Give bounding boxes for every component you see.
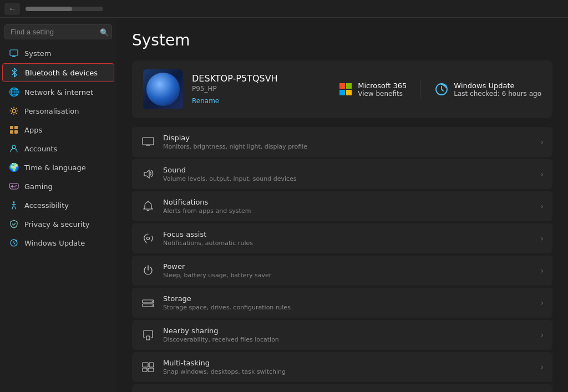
- setting-row-activation[interactable]: Activation Activation state, subscriptio…: [132, 384, 552, 392]
- multitasking-chevron: ›: [540, 363, 544, 371]
- multitasking-icon: [141, 360, 155, 374]
- nearby-chevron: ›: [540, 330, 544, 339]
- svg-point-18: [13, 201, 15, 203]
- setting-row-display[interactable]: Display Monitors, brightness, night ligh…: [132, 127, 552, 157]
- sidebar-item-network[interactable]: 🌐 Network & internet: [2, 83, 114, 101]
- privacy-icon: [9, 219, 19, 229]
- sidebar-item-label: Accounts: [24, 145, 57, 153]
- svg-rect-1: [12, 56, 16, 57]
- sidebar-item-label: Network & internet: [24, 88, 93, 96]
- shortcut-divider: [420, 79, 420, 99]
- page-title: System: [132, 31, 552, 49]
- shortcut-microsoft365[interactable]: Microsoft 365 View benefits: [338, 82, 407, 98]
- sidebar-item-label: Time & language: [24, 164, 86, 172]
- search-icon-button[interactable]: 🔍: [100, 28, 109, 36]
- device-card: DESKTOP-P5TQSVH P95_HP Rename: [132, 60, 552, 118]
- sidebar-item-apps[interactable]: Apps: [2, 121, 114, 139]
- sidebar-item-privacy[interactable]: Privacy & security: [2, 215, 114, 233]
- setting-row-nearby[interactable]: Nearby sharing Discoverability, received…: [132, 320, 552, 350]
- setting-row-multitasking[interactable]: Multi-tasking Snap windows, desktops, ta…: [132, 352, 552, 382]
- system-icon: [9, 48, 19, 58]
- storage-chevron: ›: [540, 298, 544, 307]
- svg-line-6: [14, 73, 17, 75]
- setting-row-focus[interactable]: Focus assist Notifications, automatic ru…: [132, 223, 552, 253]
- top-bar: ←: [0, 0, 568, 18]
- svg-rect-14: [14, 130, 18, 134]
- apps-icon: [9, 125, 19, 135]
- sidebar-item-label: Gaming: [24, 182, 53, 191]
- nearby-icon: [141, 328, 155, 342]
- scroll-indicator: [26, 7, 103, 11]
- device-name: DESKTOP-P5TQSVH: [192, 73, 329, 84]
- svg-rect-0: [10, 50, 18, 55]
- sidebar-item-system[interactable]: System: [2, 44, 114, 62]
- gaming-icon: [9, 181, 19, 191]
- sidebar-item-time[interactable]: 🌍 Time & language: [2, 159, 114, 176]
- search-container: 🔍: [4, 24, 112, 39]
- focus-chevron: ›: [540, 234, 544, 243]
- power-chevron: ›: [540, 266, 544, 275]
- windows-update-icon: [9, 238, 19, 248]
- power-text: Power Sleep, battery usage, battery save…: [163, 262, 532, 279]
- shortcut-microsoft365-text: Microsoft 365 View benefits: [358, 82, 407, 98]
- focus-text: Focus assist Notifications, automatic ru…: [163, 230, 532, 247]
- svg-rect-30: [146, 336, 150, 340]
- shortcut-windows-update-text: Windows Update Last checked: 6 hours ago: [454, 82, 541, 98]
- sidebar-item-accessibility[interactable]: Accessibility: [2, 196, 114, 214]
- device-rename-link[interactable]: Rename: [192, 97, 219, 105]
- svg-point-16: [16, 185, 17, 186]
- ms365-icon: [338, 82, 353, 97]
- svg-point-17: [14, 186, 16, 187]
- sidebar-item-label: Accessibility: [24, 201, 69, 210]
- sound-icon: [141, 167, 155, 181]
- accounts-icon: [9, 144, 19, 154]
- device-avatar: [143, 69, 183, 109]
- notifications-text: Notifications Alerts from apps and syste…: [163, 198, 532, 215]
- sound-text: Sound Volume levels, output, input, soun…: [163, 166, 532, 182]
- focus-icon: [141, 231, 155, 246]
- sidebar-item-accounts[interactable]: Accounts: [2, 140, 114, 157]
- svg-line-7: [14, 75, 17, 77]
- svg-line-4: [14, 68, 17, 70]
- display-text: Display Monitors, brightness, night ligh…: [163, 134, 532, 150]
- svg-point-25: [147, 237, 150, 240]
- svg-rect-21: [143, 138, 154, 145]
- bluetooth-icon: [9, 68, 19, 78]
- svg-rect-35: [148, 368, 154, 371]
- storage-icon: [141, 296, 155, 310]
- sidebar-item-gaming[interactable]: Gaming: [2, 177, 114, 195]
- svg-rect-33: [149, 363, 154, 367]
- sidebar-item-windows-update[interactable]: Windows Update: [2, 234, 114, 252]
- notifications-chevron: ›: [540, 202, 544, 211]
- setting-row-sound[interactable]: Sound Volume levels, output, input, soun…: [132, 159, 552, 189]
- storage-text: Storage Storage space, drives, configura…: [163, 294, 532, 311]
- sidebar-item-personalisation[interactable]: Personalisation: [2, 102, 114, 120]
- sidebar-item-label: Apps: [24, 126, 42, 134]
- setting-row-storage[interactable]: Storage Storage space, drives, configura…: [132, 288, 552, 318]
- sidebar-item-label: System: [24, 49, 51, 58]
- svg-marker-24: [144, 170, 149, 178]
- content-area: System DESKTOP-P5TQSVH P95_HP Rename: [116, 18, 568, 392]
- sound-chevron: ›: [540, 170, 544, 179]
- svg-rect-12: [14, 126, 18, 129]
- display-icon: [141, 135, 155, 149]
- setting-row-notifications[interactable]: Notifications Alerts from apps and syste…: [132, 191, 552, 221]
- search-input[interactable]: [4, 24, 112, 39]
- setting-row-power[interactable]: Power Sleep, battery usage, battery save…: [132, 256, 552, 286]
- shortcut-windows-update[interactable]: Windows Update Last checked: 6 hours ago: [434, 82, 541, 98]
- sidebar-item-label: Personalisation: [24, 107, 79, 115]
- power-icon: [141, 263, 155, 278]
- display-chevron: ›: [540, 138, 544, 146]
- svg-line-5: [14, 70, 17, 73]
- multitasking-text: Multi-tasking Snap windows, desktops, ta…: [163, 359, 532, 375]
- accessibility-icon: [9, 200, 19, 210]
- svg-point-10: [12, 109, 16, 113]
- svg-rect-13: [10, 130, 13, 134]
- notifications-icon: [141, 199, 155, 213]
- main-layout: 🔍 System Blu: [0, 18, 568, 392]
- sidebar-item-bluetooth[interactable]: Bluetooth & devices: [2, 63, 114, 82]
- sidebar-item-label: Bluetooth & devices: [25, 69, 98, 77]
- back-button[interactable]: ←: [4, 3, 20, 15]
- svg-line-8: [12, 70, 14, 73]
- windows-update-shortcut-icon: [434, 82, 449, 97]
